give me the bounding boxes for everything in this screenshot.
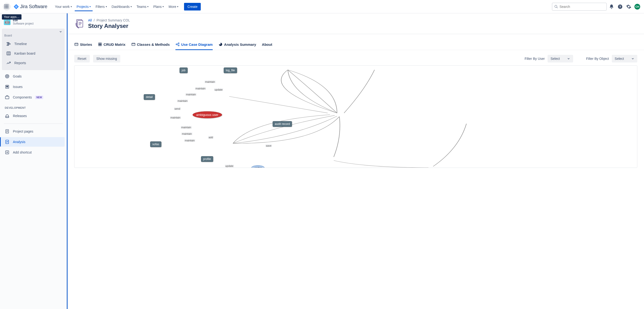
app-switcher-tooltip: Your apps… xyxy=(2,14,22,19)
edge-label: maintain xyxy=(204,80,216,83)
breadcrumb-project: Project Summary COL xyxy=(96,18,130,22)
tab-about[interactable]: About xyxy=(262,40,272,50)
chevron-down-icon: ▾ xyxy=(177,5,178,8)
edge-label: add xyxy=(208,136,214,139)
stories-icon xyxy=(74,42,78,46)
settings-button[interactable] xyxy=(625,3,632,10)
grid-icon xyxy=(98,42,102,46)
help-button[interactable]: ? xyxy=(616,3,624,10)
board-label: Board xyxy=(4,34,62,37)
search-icon xyxy=(554,5,558,8)
add-shortcut-icon xyxy=(5,150,10,155)
node-profile[interactable]: profile xyxy=(201,156,213,162)
filter-by-object-label: Filter By Object xyxy=(586,57,609,60)
create-button[interactable]: Create xyxy=(184,3,201,10)
analysis-icon xyxy=(5,139,10,144)
search-input[interactable] xyxy=(560,5,604,8)
board-switcher[interactable]: Board Timeline Kanban board Reports xyxy=(2,29,65,70)
edge-label: maintain xyxy=(170,116,181,119)
sidebar-item-add-shortcut[interactable]: Add shortcut xyxy=(2,148,65,157)
breadcrumb: All / Project Summary COL xyxy=(88,18,130,22)
project-type: Software project xyxy=(13,22,34,25)
main-content: All / Project Summary COL Story Analyser… xyxy=(67,13,644,309)
sidebar-item-issues[interactable]: Issues xyxy=(2,82,65,92)
components-icon xyxy=(5,95,10,100)
show-missing-button[interactable]: Show missing xyxy=(93,55,120,62)
sidebar-item-project-pages[interactable]: Project pages xyxy=(2,127,65,136)
svg-rect-16 xyxy=(6,96,9,99)
svg-rect-6 xyxy=(7,45,9,45)
node-detail[interactable]: detail xyxy=(144,94,155,100)
nav-dashboards[interactable]: Dashboards▾ xyxy=(110,3,134,11)
nav-plans[interactable]: Plans▾ xyxy=(151,3,166,11)
sidebar-item-releases[interactable]: Releases xyxy=(2,111,65,121)
edge-label: maintain xyxy=(181,126,192,129)
tab-classes-methods[interactable]: Classes & Methods xyxy=(131,40,170,50)
node-sofas[interactable]: sofas xyxy=(150,141,161,147)
nav-more[interactable]: More▾ xyxy=(166,3,180,11)
chevron-down-icon: ▾ xyxy=(130,5,132,8)
edge-label: update xyxy=(214,88,223,91)
svg-rect-33 xyxy=(100,43,102,44)
nav-filters[interactable]: Filters▾ xyxy=(94,3,108,11)
svg-point-12 xyxy=(7,76,8,76)
nav-your-work[interactable]: Your work▾ xyxy=(53,3,74,11)
sidebar-item-goals[interactable]: Goals xyxy=(2,71,65,81)
svg-rect-7 xyxy=(7,52,10,55)
svg-rect-34 xyxy=(98,44,100,46)
use-case-diagram-canvas[interactable]: job log_file detail ambiguous user sofas… xyxy=(74,65,637,168)
tab-crud-matrix[interactable]: CRUD Matrix xyxy=(98,40,126,50)
sidebar-item-reports[interactable]: Reports xyxy=(4,58,62,68)
node-job[interactable]: job xyxy=(180,67,188,73)
page-icon xyxy=(5,129,10,134)
profile-button[interactable]: CH xyxy=(634,3,641,10)
edge-label: update xyxy=(225,165,234,167)
tab-use-case-diagram[interactable]: Use Case Diagram xyxy=(176,40,213,50)
notifications-button[interactable] xyxy=(608,3,615,10)
chevron-down-icon: ▾ xyxy=(147,5,148,8)
nav-teams[interactable]: Teams▾ xyxy=(134,3,150,11)
top-navigation: Jira Software Your work▾ Projects▾ Filte… xyxy=(0,0,644,13)
nav-projects[interactable]: Projects▾ xyxy=(75,3,93,11)
sidebar-item-analysis[interactable]: Analysis xyxy=(0,137,65,147)
node-log-file[interactable]: log_file xyxy=(224,67,237,73)
diagram-edges xyxy=(74,65,637,168)
edge-label: save xyxy=(266,144,272,147)
issues-icon xyxy=(5,84,10,89)
search-box[interactable] xyxy=(552,2,607,11)
chevron-down-icon: ▾ xyxy=(90,5,91,8)
breadcrumb-all[interactable]: All xyxy=(88,18,92,22)
tab-stories[interactable]: Stories xyxy=(74,40,92,50)
app-switcher-button[interactable] xyxy=(3,3,10,10)
svg-rect-32 xyxy=(98,43,100,44)
avatar: CH xyxy=(634,4,640,9)
svg-rect-30 xyxy=(75,43,78,46)
svg-rect-5 xyxy=(8,44,10,44)
edge-label: maintain xyxy=(177,99,188,102)
filter-by-user-select[interactable]: Select xyxy=(548,55,573,62)
gear-icon xyxy=(626,4,631,9)
sidebar-item-timeline[interactable]: Timeline xyxy=(4,39,62,49)
edge-label: send xyxy=(174,107,181,110)
svg-point-39 xyxy=(178,43,179,44)
svg-rect-35 xyxy=(100,44,102,46)
tabs: Stories CRUD Matrix Classes & Methods Us… xyxy=(68,40,644,50)
timeline-icon xyxy=(6,41,11,46)
svg-line-41 xyxy=(177,44,178,44)
chevron-down-icon xyxy=(631,57,634,60)
svg-rect-36 xyxy=(132,43,135,46)
svg-rect-14 xyxy=(6,86,8,86)
sidebar-item-components[interactable]: Components NEW xyxy=(2,92,65,102)
jira-logo[interactable]: Jira Software xyxy=(12,4,48,9)
sidebar-item-kanban[interactable]: Kanban board xyxy=(4,49,62,58)
story-analyser-app-icon xyxy=(74,18,86,29)
tab-analysis-summary[interactable]: Analysis Summary xyxy=(218,40,256,50)
svg-line-42 xyxy=(177,44,178,45)
node-visitor[interactable]: visitor xyxy=(251,165,265,168)
reports-icon xyxy=(6,60,11,65)
node-ambiguous-user[interactable]: ambiguous user xyxy=(193,111,222,118)
help-icon: ? xyxy=(618,4,623,9)
node-audit-record[interactable]: audit record xyxy=(272,121,292,127)
reset-button[interactable]: Reset xyxy=(74,55,90,62)
filter-by-object-select[interactable]: Select xyxy=(612,55,637,62)
